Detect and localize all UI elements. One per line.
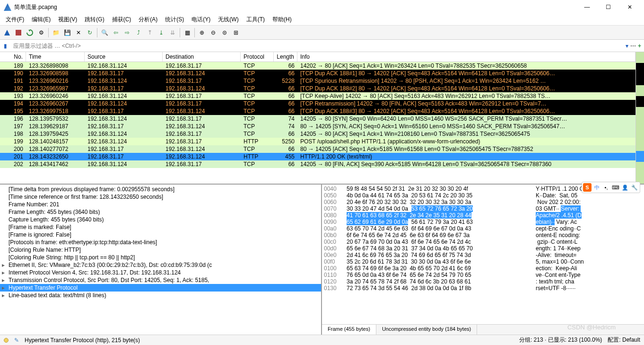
hex-row[interactable]: 013072 73 65 74 3d 55 54 46 2d 38 0d 0a …	[324, 285, 642, 292]
column-header[interactable]: Protocol	[241, 52, 274, 62]
close-button[interactable]: ✕	[619, 0, 640, 14]
menu-item[interactable]: 跳转(G)	[81, 14, 108, 25]
packet-row[interactable]: 198128.139759425192.168.31.124192.168.31…	[0, 130, 635, 138]
maximize-button[interactable]: ☐	[598, 0, 619, 14]
packet-details[interactable]: [Time delta from previous displayed fram…	[0, 185, 322, 335]
expert-info-icon[interactable]	[4, 338, 9, 343]
packet-row[interactable]: 194123.326960267192.168.31.124192.168.31…	[0, 100, 635, 107]
column-header[interactable]: Destination	[163, 52, 241, 62]
start-capture-icon[interactable]	[2, 27, 12, 38]
zoom-reset-icon[interactable]: ⊜	[219, 27, 230, 38]
ime-sogou-icon[interactable]: S	[583, 183, 592, 192]
ime-toolbar[interactable]: S 中 •, ⌨ 👤 🔧	[582, 182, 640, 193]
reload-icon[interactable]: ↻	[85, 27, 95, 38]
menu-item[interactable]: 视图(V)	[54, 14, 81, 25]
packet-row[interactable]: 190123.326908598192.168.31.17192.168.31.…	[0, 70, 635, 77]
find-icon[interactable]: 🔍	[99, 27, 110, 38]
hex-row[interactable]: 011076 65 0d 0a 43 6f 6e 74 65 6e 74 2d …	[324, 272, 642, 278]
detail-row[interactable]: [Coloring Rule Name: HTTP]	[0, 246, 321, 254]
menu-item[interactable]: 捕获(C)	[108, 14, 135, 25]
hex-row[interactable]: 00b06f 6e 74 65 6e 74 2d 45 6e 63 6f 64 …	[324, 232, 642, 239]
autoscroll-icon[interactable]: ⇊	[167, 27, 178, 38]
save-icon[interactable]: 💾	[62, 27, 72, 38]
detail-row[interactable]: [Protocols in frame: eth:ethertype:ip:tc…	[0, 239, 321, 246]
packet-row[interactable]: 199128.140248157192.168.31.124192.168.31…	[0, 138, 635, 145]
next-icon[interactable]: ⇨	[122, 27, 132, 38]
detail-row[interactable]: Frame Length: 455 bytes (3640 bits)	[0, 208, 321, 216]
detail-row[interactable]: Capture Length: 455 bytes (3640 bits)	[0, 216, 321, 223]
menu-item[interactable]: 分析(A)	[135, 14, 161, 25]
prev-icon[interactable]: ⇦	[111, 27, 121, 38]
hex-row[interactable]: 00e02d 41 6c 69 76 65 3a 20 74 69 6d 65 …	[324, 252, 642, 258]
bookmark-icon[interactable]: ▮	[0, 41, 10, 51]
ime-tool-icon[interactable]: 🔧	[630, 183, 639, 192]
ime-skin-icon[interactable]: 👤	[621, 183, 629, 192]
detail-row[interactable]: Line-based text data: text/html (8 lines…	[0, 292, 321, 299]
zoom-in-icon[interactable]: ⊕	[197, 27, 207, 38]
colorize-icon[interactable]: ▦	[182, 27, 192, 38]
packet-row[interactable]: 192123.326965987192.168.31.17192.168.31.…	[0, 85, 635, 92]
menu-item[interactable]: 帮助(H)	[269, 14, 296, 25]
hex-view[interactable]: 004059 f8 48 54 54 50 2f 31 2e 31 20 32 …	[322, 185, 644, 324]
resize-cols-icon[interactable]: ⊞	[231, 27, 241, 38]
zoom-out-icon[interactable]: ⊖	[208, 27, 218, 38]
hex-row[interactable]: 00d065 6e 67 74 68 3a 20 31 37 34 0d 0a …	[324, 245, 642, 252]
filter-input[interactable]	[10, 41, 626, 51]
packet-row[interactable]: 201128.143232650192.168.31.17192.168.31.…	[0, 153, 635, 160]
stop-capture-icon[interactable]	[13, 27, 24, 38]
hex-row[interactable]: 00c020 67 7a 69 70 0d 0a 43 6f 6e 74 65 …	[324, 239, 642, 245]
minimap-scrollbar[interactable]	[635, 52, 644, 184]
detail-row[interactable]: [Frame is ignored: False]	[0, 231, 321, 239]
packet-row[interactable]: 200128.140277072192.168.31.17192.168.31.…	[0, 145, 635, 153]
menu-item[interactable]: 编辑(E)	[28, 14, 54, 25]
packet-row[interactable]: 197128.139629187192.168.31.17192.168.31.…	[0, 123, 635, 130]
filter-add-icon[interactable]: +	[638, 43, 641, 49]
packet-row[interactable]: 202128.143417462192.168.31.124192.168.31…	[0, 160, 635, 168]
hex-row[interactable]: 00504b 0d 0a 44 61 74 65 3a 20 53 61 74 …	[324, 192, 642, 199]
detail-row[interactable]: Transmission Control Protocol, Src Port:…	[0, 276, 321, 284]
filter-apply-icon[interactable]: ⋯	[630, 43, 636, 49]
menu-item[interactable]: 文件(F)	[2, 14, 28, 25]
packet-row[interactable]: 189123.326898098192.168.31.124192.168.31…	[0, 62, 635, 70]
hex-tab[interactable]: Frame (455 bytes)	[322, 325, 376, 335]
menu-item[interactable]: 工具(T)	[243, 14, 269, 25]
hex-row[interactable]: 01203a 20 74 65 78 74 2f 68 74 6d 6c 3b …	[324, 278, 642, 285]
detail-row[interactable]: Frame Number: 201	[0, 201, 321, 208]
detail-row[interactable]: [Time since reference or first frame: 12…	[0, 193, 321, 201]
options-icon[interactable]: ⚙	[36, 27, 46, 38]
hex-row[interactable]: 006020 4e 6f 76 20 32 30 32 32 20 30 32 …	[324, 199, 642, 205]
column-header[interactable]: No.	[0, 52, 26, 62]
close-file-icon[interactable]: ✕	[73, 27, 84, 38]
hex-row[interactable]: 00f035 2c 20 6d 61 78 3d 31 30 30 0d 0a …	[324, 258, 642, 265]
menu-item[interactable]: 统计(S)	[161, 14, 188, 25]
column-header[interactable]: Info	[297, 52, 635, 62]
filter-dropdown-icon[interactable]: ▾	[626, 43, 628, 49]
detail-row[interactable]: [Coloring Rule String: http || tcp.port …	[0, 254, 321, 261]
hex-row[interactable]: 009065 62 69 61 6e 29 0d 0a 56 61 72 79 …	[324, 219, 642, 225]
menu-item[interactable]: 电话(Y)	[188, 14, 214, 25]
capture-icon[interactable]: ✎	[14, 337, 19, 344]
packet-row[interactable]: 191123.326960216192.168.31.124192.168.31…	[0, 77, 635, 85]
restart-capture-icon[interactable]	[25, 27, 35, 38]
hex-row[interactable]: 00a063 65 70 74 2d 45 6e 63 6f 64 69 6e …	[324, 225, 642, 232]
packet-list[interactable]: No.TimeSourceDestinationProtocolLengthIn…	[0, 52, 635, 184]
detail-row[interactable]: [Frame is marked: False]	[0, 223, 321, 231]
jump-icon[interactable]: ⤴	[133, 27, 144, 38]
ime-keyboard-icon[interactable]: ⌨	[611, 183, 620, 192]
minimize-button[interactable]: —	[576, 0, 598, 14]
hex-row[interactable]: 010065 63 74 69 6f 6e 3a 20 4b 65 65 70 …	[324, 265, 642, 272]
open-icon[interactable]: 📁	[51, 27, 61, 38]
hex-tab[interactable]: Uncompressed entity body (184 bytes)	[376, 325, 477, 335]
status-profile[interactable]: 配置: Default	[608, 336, 640, 344]
menu-item[interactable]: 无线(W)	[214, 14, 242, 25]
hex-row[interactable]: 007030 33 20 47 4d 54 0d 0a 53 65 72 76 …	[324, 205, 642, 212]
first-icon[interactable]: ⤒	[145, 27, 155, 38]
detail-row[interactable]: [Time delta from previous displayed fram…	[0, 186, 321, 193]
detail-row[interactable]: Hypertext Transfer Protocol	[0, 284, 321, 292]
last-icon[interactable]: ⤓	[156, 27, 166, 38]
column-header[interactable]: Time	[26, 52, 85, 62]
packet-row[interactable]: 193123.326960246192.168.31.124192.168.31…	[0, 92, 635, 100]
packet-row[interactable]: 195123.326997518192.168.31.17192.168.31.…	[0, 107, 635, 115]
detail-row[interactable]: Internet Protocol Version 4, Src: 192.16…	[0, 269, 321, 276]
hex-row[interactable]: 008041 70 61 63 68 65 2f 32 2e 34 2e 35 …	[324, 212, 642, 219]
